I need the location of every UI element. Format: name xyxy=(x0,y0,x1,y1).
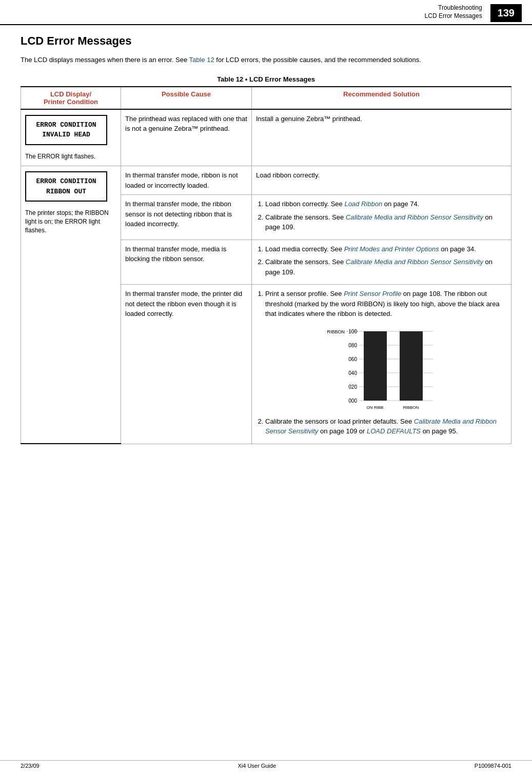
footer-part-number: P1009874-001 xyxy=(475,763,511,769)
solution-list-2c: Load media correctly. See Print Modes an… xyxy=(256,244,507,277)
solution-list-2d: Print a sensor profile. See Print Sensor… xyxy=(256,289,507,319)
y-label-080: 080 xyxy=(348,343,357,348)
col1-header: LCD Display/Printer Condition xyxy=(21,87,121,109)
solution-cell-2d: Print a sensor profile. See Print Sensor… xyxy=(252,285,511,444)
cause-cell-2c: In thermal transfer mode, media is block… xyxy=(121,240,252,285)
col3-header-label: Recommended Solution xyxy=(343,90,420,98)
list-item: Calibrate the sensors. See Calibrate Med… xyxy=(265,257,507,277)
lcd-display-box-2: ERROR CONDITIONRIBBON OUT xyxy=(25,171,107,202)
y-label-100: 100 xyxy=(348,329,357,334)
error-table: LCD Display/Printer Condition Possible C… xyxy=(21,86,511,445)
list-item: Calibrate the sensors or load printer de… xyxy=(265,416,507,436)
solution-cell-2a: Load ribbon correctly. xyxy=(252,166,511,195)
solution-cell-2b: Load ribbon correctly. See Load Ribbon o… xyxy=(252,195,511,240)
cause-cell-2b: In thermal transfer mode, the ribbon sen… xyxy=(121,195,252,240)
cause-cell-2d: In thermal transfer mode, the printer di… xyxy=(121,285,252,444)
calibrate-link-2c[interactable]: Calibrate Media and Ribbon Sensor Sensit… xyxy=(346,258,483,266)
y-label-040: 040 xyxy=(348,370,357,376)
y-label-060: 060 xyxy=(348,356,357,362)
solution-cell-1: Install a genuine Zebra™ printhead. xyxy=(252,109,511,166)
y-label-000: 000 xyxy=(348,398,357,404)
list-item: Load media correctly. See Print Modes an… xyxy=(265,244,507,254)
solution-cell-2c: Load media correctly. See Print Modes an… xyxy=(252,240,511,285)
load-defaults-link[interactable]: LOAD DEFAULTS xyxy=(367,427,421,435)
header-section: LCD Error Messages xyxy=(425,12,482,21)
list-item: Calibrate the sensors. See Calibrate Med… xyxy=(265,212,507,232)
main-content: LCD Error Messages The LCD displays mess… xyxy=(0,25,532,454)
header-text: Troubleshooting LCD Error Messages xyxy=(425,4,482,20)
error-label-1: The ERROR light flashes. xyxy=(25,152,116,161)
table-title: Table 12 • LCD Error Messages xyxy=(21,75,511,83)
table-row: ERROR CONDITIONINVALID HEAD The ERROR li… xyxy=(21,109,511,166)
solution-list-2d-2: Calibrate the sensors or load printer de… xyxy=(256,416,507,436)
page-footer: 2/23/09 Xi4 User Guide P1009874-001 xyxy=(0,760,532,771)
intro-text-after: for LCD errors, the possible causes, and… xyxy=(214,56,421,64)
intro-text-before: The LCD displays messages when there is … xyxy=(21,56,189,64)
page-title: LCD Error Messages xyxy=(21,34,511,48)
intro-paragraph: The LCD displays messages when there is … xyxy=(21,55,511,65)
cause-cell-2a: In thermal transfer mode, ribbon is not … xyxy=(121,166,252,195)
sensor-chart: 100 080 060 040 020 000 xyxy=(315,324,448,411)
x-label-ribbon: RIBBON xyxy=(403,405,419,410)
cause-cell-1: The printhead was replaced with one that… xyxy=(121,109,252,166)
list-item: Load ribbon correctly. See Load Ribbon o… xyxy=(265,199,507,209)
table12-link[interactable]: Table 12 xyxy=(189,56,214,64)
y-label-020: 020 xyxy=(348,384,357,390)
table-header-row: LCD Display/Printer Condition Possible C… xyxy=(21,87,511,109)
lcd-display-cell-1: ERROR CONDITIONINVALID HEAD The ERROR li… xyxy=(21,109,121,166)
header-chapter: Troubleshooting xyxy=(425,4,482,12)
lcd-display-box-1: ERROR CONDITIONINVALID HEAD xyxy=(25,115,107,145)
page-number: 139 xyxy=(490,4,522,22)
col3-header: Recommended Solution xyxy=(252,87,511,109)
col2-header: Possible Cause xyxy=(121,87,252,109)
calibrate-link-2b[interactable]: Calibrate Media and Ribbon Sensor Sensit… xyxy=(346,213,483,221)
print-modes-link[interactable]: Print Modes and Printer Options xyxy=(344,245,439,253)
ribbon-y-label: RIBBON xyxy=(327,329,345,334)
col1-header-line1: LCD Display/Printer Condition xyxy=(44,90,98,106)
footer-product: Xi4 User Guide xyxy=(238,763,276,769)
page-header: Troubleshooting LCD Error Messages 139 xyxy=(0,0,532,25)
footer-date: 2/23/09 xyxy=(21,763,40,769)
lcd-display-cell-2: ERROR CONDITIONRIBBON OUT The printer st… xyxy=(21,166,121,444)
bar-ribbon xyxy=(400,331,423,401)
bar-on-ribbon xyxy=(364,331,387,401)
x-label-on-ribbon: ON RIBB xyxy=(366,405,383,410)
col2-header-label: Possible Cause xyxy=(162,90,211,98)
table-row: ERROR CONDITIONRIBBON OUT The printer st… xyxy=(21,166,511,195)
load-ribbon-link[interactable]: Load Ribbon xyxy=(344,200,382,208)
print-sensor-link[interactable]: Print Sensor Profile xyxy=(344,290,401,297)
solution-list-2b: Load ribbon correctly. See Load Ribbon o… xyxy=(256,199,507,232)
list-item: Print a sensor profile. See Print Sensor… xyxy=(265,289,507,319)
error-label-2: The printer stops; the RIBBON light is o… xyxy=(25,209,116,234)
